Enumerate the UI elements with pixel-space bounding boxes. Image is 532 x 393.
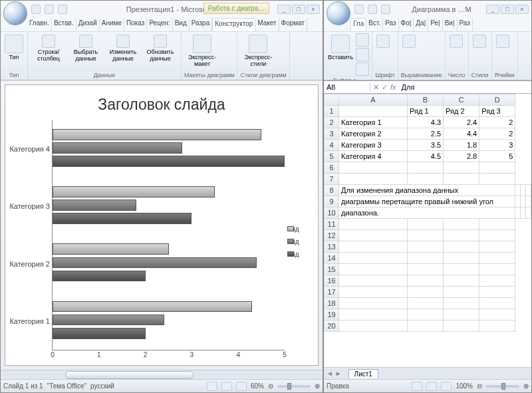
zoom-slider-thumb[interactable] xyxy=(501,383,505,390)
ribbon-tab[interactable]: Вст. xyxy=(366,18,383,31)
cell[interactable] xyxy=(479,321,515,332)
row-header[interactable]: 13 xyxy=(325,241,339,253)
group-button[interactable] xyxy=(495,33,511,49)
chart-legend[interactable]: РядРядРяд xyxy=(285,120,311,362)
ribbon-tab[interactable]: Аниме xyxy=(100,18,124,31)
save-icon[interactable] xyxy=(31,5,41,14)
cell[interactable] xyxy=(444,241,479,253)
paste-button[interactable]: Вставить xyxy=(327,33,354,63)
sorter-view-icon[interactable] xyxy=(221,382,232,391)
cell[interactable] xyxy=(407,321,443,332)
cell[interactable] xyxy=(479,298,515,309)
format-painter-icon[interactable] xyxy=(356,63,369,76)
bar[interactable] xyxy=(53,301,252,313)
cell[interactable]: 2.5 xyxy=(407,128,443,140)
express-styles-button[interactable]: Экспресс-стили xyxy=(240,33,276,69)
cell[interactable] xyxy=(444,287,479,298)
cell[interactable] xyxy=(521,185,526,196)
ribbon-tab[interactable]: Показ xyxy=(124,18,147,31)
office-button[interactable] xyxy=(3,1,27,25)
group-button[interactable] xyxy=(401,33,417,49)
ribbon-tab[interactable]: Ре| xyxy=(428,18,442,31)
cell[interactable] xyxy=(407,162,443,174)
scrollbar-thumb[interactable] xyxy=(65,371,194,379)
enter-icon[interactable]: ✓ xyxy=(382,83,388,92)
ribbon-tab[interactable]: Фо| xyxy=(399,18,414,31)
close-button[interactable]: × xyxy=(307,5,320,14)
data-button[interactable]: Выбрать данные xyxy=(68,33,104,64)
cell[interactable] xyxy=(407,287,443,298)
cell[interactable] xyxy=(515,207,521,219)
slideshow-view-icon[interactable] xyxy=(236,382,247,391)
cell[interactable] xyxy=(526,185,531,196)
ribbon-tab[interactable]: Рецен: xyxy=(147,18,172,31)
row-header[interactable]: 17 xyxy=(325,287,339,298)
chart-type-button[interactable]: Тип xyxy=(3,33,25,63)
cell[interactable] xyxy=(339,287,408,298)
ribbon-tab[interactable]: Встав. xyxy=(52,18,76,31)
sheet-tab-list1[interactable]: Лист1 xyxy=(348,369,378,378)
minimize-button[interactable]: _ xyxy=(486,5,499,14)
cell[interactable] xyxy=(479,287,515,298)
ribbon-tab[interactable]: Конструктор xyxy=(212,18,255,31)
column-header[interactable]: D xyxy=(479,94,515,106)
group-button[interactable] xyxy=(448,33,464,49)
cell[interactable] xyxy=(407,241,443,253)
page-break-view-icon[interactable] xyxy=(441,382,452,391)
cell[interactable]: 4.4 xyxy=(444,128,479,140)
ribbon-tab[interactable]: Дизай xyxy=(76,18,100,31)
zoom-out-icon[interactable]: ⊖ xyxy=(477,382,482,390)
chart-object[interactable]: Категория 1Категория 2Категория 3Категор… xyxy=(12,120,311,362)
cell[interactable] xyxy=(339,230,408,241)
cell[interactable]: 4.3 xyxy=(407,117,443,128)
cell[interactable] xyxy=(339,298,408,309)
save-icon[interactable] xyxy=(354,5,364,14)
zoom-percent[interactable]: 100% xyxy=(456,382,473,390)
row-header[interactable]: 9 xyxy=(325,196,339,207)
cell[interactable]: 2 xyxy=(479,117,515,128)
undo-icon[interactable] xyxy=(368,5,377,14)
zoom-out-icon[interactable]: ⊖ xyxy=(268,382,273,390)
cell[interactable] xyxy=(407,275,443,287)
row-header[interactable]: 2 xyxy=(325,117,339,128)
data-button[interactable]: Изменить данные xyxy=(105,33,141,64)
cell[interactable]: 3 xyxy=(479,140,515,151)
cell[interactable] xyxy=(479,275,515,287)
bar[interactable] xyxy=(53,156,285,167)
column-header[interactable]: A xyxy=(339,94,408,106)
cell[interactable] xyxy=(407,230,443,241)
zoom-percent[interactable]: 60% xyxy=(251,382,264,390)
legend-item[interactable]: Ряд xyxy=(287,238,311,245)
cell[interactable] xyxy=(407,309,443,321)
normal-view-icon[interactable] xyxy=(412,382,422,391)
zoom-slider[interactable] xyxy=(486,385,519,388)
group-button[interactable] xyxy=(375,33,391,49)
minimize-button[interactable]: _ xyxy=(277,5,291,14)
cell[interactable]: Категория 4 xyxy=(339,151,408,162)
cell[interactable] xyxy=(444,321,479,332)
zoom-in-icon[interactable]: ⊕ xyxy=(315,382,320,390)
ribbon-tab[interactable]: Да| xyxy=(414,18,428,31)
cell[interactable]: 5 xyxy=(479,151,515,162)
copy-icon[interactable] xyxy=(356,48,369,61)
cell[interactable] xyxy=(521,196,526,207)
cell[interactable] xyxy=(479,264,515,275)
cell[interactable]: Ряд 2 xyxy=(444,106,479,117)
zoom-slider-thumb[interactable] xyxy=(287,383,291,390)
data-button[interactable]: Строка/столбец xyxy=(31,33,66,64)
ribbon-tab[interactable]: Гла xyxy=(350,18,366,31)
cell[interactable] xyxy=(339,275,408,287)
cell[interactable]: Для изменения диапазона данных xyxy=(339,185,515,196)
row-header[interactable]: 14 xyxy=(325,253,339,264)
page-layout-view-icon[interactable] xyxy=(426,382,437,391)
cell[interactable] xyxy=(521,207,526,219)
language-indicator[interactable]: русский xyxy=(90,382,114,390)
bar[interactable] xyxy=(53,129,261,140)
row-header[interactable]: 12 xyxy=(325,230,339,241)
cut-icon[interactable] xyxy=(356,33,369,47)
cell[interactable] xyxy=(479,230,515,241)
normal-view-icon[interactable] xyxy=(207,382,217,391)
ribbon-tab[interactable]: Разра xyxy=(190,18,213,31)
cell[interactable] xyxy=(407,174,443,185)
undo-icon[interactable] xyxy=(45,5,54,14)
